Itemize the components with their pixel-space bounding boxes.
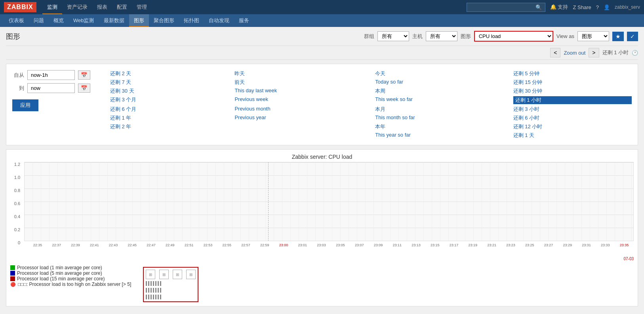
ql-empty1 <box>234 123 365 130</box>
ql-15min[interactable]: 还剩 15 分钟 <box>513 79 632 86</box>
quick-links-area: 还剩 2 天 昨天 今天 还剩 5 分钟 还剩 7 天 前天 Today so … <box>110 70 632 139</box>
group-filter-label: 群组 <box>364 33 374 40</box>
subnav-discovery[interactable]: 自动发现 <box>204 14 234 27</box>
to-input[interactable] <box>27 83 75 93</box>
to-row: 到 📅 <box>12 83 90 93</box>
ql-prevyear[interactable]: Previous year <box>234 114 365 122</box>
ql-todaysofar[interactable]: Today so far <box>375 79 503 86</box>
legend-color-15min <box>10 276 15 281</box>
ql-thisdaylastweek[interactable]: This day last week <box>234 88 365 95</box>
nav-config[interactable]: 配置 <box>112 0 132 14</box>
subnav-web[interactable]: Web监测 <box>69 14 99 27</box>
ql-5min[interactable]: 还剩 5 分钟 <box>513 70 632 77</box>
ql-yesterday[interactable]: 昨天 <box>234 70 365 77</box>
ql-thismonthsofar[interactable]: This month so far <box>375 114 503 122</box>
favorite-button[interactable]: ★ <box>612 32 624 41</box>
view-as-select[interactable]: 图形 <box>577 31 609 41</box>
legend-item-15min: Processor load (15 min average per core) <box>10 276 131 282</box>
ql-2days[interactable]: 还剩 2 天 <box>110 70 225 77</box>
ql-12hours[interactable]: 还剩 12 小时 <box>513 123 632 130</box>
subnav-services[interactable]: 服务 <box>234 14 254 27</box>
graph-wrapper: 1.2 1.0 0.8 0.6 0.4 0.2 0 <box>10 162 634 261</box>
ql-3hours[interactable]: 还剩 3 小时 <box>513 106 632 113</box>
subnav-topology[interactable]: 拓扑图 <box>179 14 204 27</box>
confirm-button[interactable]: ✓ <box>627 32 638 41</box>
x-time-labels: 22:3522:3722:3922:4122:43 22:4522:4722:4… <box>28 243 634 247</box>
x-end-label: 07-03 <box>623 257 634 261</box>
search-icon[interactable]: 🔍 <box>535 4 542 10</box>
ql-3months[interactable]: 还剩 3 个月 <box>110 96 225 104</box>
legend-icon-2: ⊞ <box>159 270 169 279</box>
share-link[interactable]: Z Share <box>573 4 591 10</box>
ql-7days[interactable]: 还剩 7 天 <box>110 79 225 86</box>
search-input[interactable] <box>470 4 533 10</box>
legend-label-5min: Processor load (5 min average per core) <box>17 270 102 276</box>
y-label-06: 0.6 <box>14 201 20 206</box>
y-label-02: 0.2 <box>14 227 20 232</box>
host-filter-label: 主机 <box>412 33 423 40</box>
y-label-04: 0.4 <box>14 214 20 219</box>
chart-area[interactable] <box>24 162 634 241</box>
apply-button[interactable]: 应用 <box>12 99 38 111</box>
sub-navigation: 仪表板 问题 概览 Web监测 最新数据 图形 聚合图形 拓扑图 自动发现 服务 <box>0 14 644 27</box>
graph-main: 22:3307-03 22:3522:3722:3922:4122:43 22:… <box>24 162 634 261</box>
zoom-out-button[interactable]: Zoom out <box>564 50 585 56</box>
subnav-graphs[interactable]: 图形 <box>129 14 149 27</box>
nav-assets[interactable]: 资产记录 <box>62 0 92 14</box>
to-calendar-button[interactable]: 📅 <box>78 84 90 93</box>
nav-reports[interactable]: 报表 <box>92 0 112 14</box>
ql-30min[interactable]: 还剩 30 分钟 <box>513 88 632 95</box>
nav-admin[interactable]: 管理 <box>132 0 152 14</box>
search-bar: 🔍 <box>467 3 545 12</box>
next-time-button[interactable]: > <box>589 48 599 57</box>
ql-thismonth[interactable]: 本月 <box>375 106 503 113</box>
subnav-screens[interactable]: 聚合图形 <box>149 14 179 27</box>
legend-icon-4: ⊞ <box>186 270 196 279</box>
page-header: 图形 群组 所有 主机 所有 图形 CPU load View as 图形 ★ … <box>6 31 638 42</box>
ql-thisyear[interactable]: 本年 <box>375 123 503 130</box>
ql-today[interactable]: 今天 <box>375 70 503 77</box>
y-label-08: 0.8 <box>14 188 20 193</box>
legend-icon-small-3 <box>146 295 162 299</box>
nav-monitoring[interactable]: 监测 <box>42 0 62 14</box>
ql-6months[interactable]: 还剩 6 个月 <box>110 106 225 113</box>
legend-icon-box-outer: ⊞ ⊞ ⊞ ⊞ <box>143 267 198 302</box>
graph-filter-select[interactable]: CPU load <box>474 31 553 42</box>
legend-color-5min <box>10 271 15 276</box>
ql-6hours[interactable]: 还剩 6 小时 <box>513 114 632 122</box>
subnav-latest[interactable]: 最新数据 <box>99 14 129 27</box>
ql-thisyearsofar[interactable]: This year so far <box>375 132 503 139</box>
legend-small-icons <box>146 281 196 299</box>
ql-2years[interactable]: 还剩 2 年 <box>110 123 225 130</box>
support-link[interactable]: 🔔 支持 <box>550 4 568 11</box>
ql-empty3 <box>234 132 365 139</box>
top-right-area: 🔍 🔔 支持 Z Share ? 👤 zabbix_serv <box>467 3 640 12</box>
ql-prevmonth[interactable]: Previous month <box>234 106 365 113</box>
ql-thisweeksofar[interactable]: This week so far <box>375 96 503 104</box>
subnav-problems[interactable]: 问题 <box>29 14 49 27</box>
ql-1day[interactable]: 还剩 1 天 <box>513 132 632 139</box>
ql-30days[interactable]: 还剩 30 天 <box>110 88 225 95</box>
user-icon[interactable]: 👤 <box>604 4 610 10</box>
subnav-overview[interactable]: 概览 <box>49 14 69 27</box>
ql-1hour[interactable]: 还剩 1 小时 <box>513 96 632 104</box>
help-link[interactable]: ? <box>596 4 599 10</box>
subnav-dashboard[interactable]: 仪表板 <box>4 14 29 27</box>
host-filter-select[interactable]: 所有 <box>426 31 457 41</box>
group-filter-select[interactable]: 所有 <box>377 31 409 41</box>
ql-prevweek[interactable]: Previous week <box>234 96 365 104</box>
legend-area: Processor load (1 min average per core) … <box>10 265 634 302</box>
prev-time-button[interactable]: < <box>550 48 560 57</box>
legend-warning-text: □□□: Processor load is too high on Zabbi… <box>18 282 131 287</box>
graph-title: Zabbix server: CPU load <box>10 154 634 160</box>
from-input[interactable] <box>27 70 75 80</box>
ql-1year[interactable]: 还剩 1 年 <box>110 114 225 122</box>
graph-filter-label: 图形 <box>461 33 471 40</box>
ql-thisweek[interactable]: 本周 <box>375 88 503 95</box>
from-calendar-button[interactable]: 📅 <box>78 70 90 80</box>
legend-warning: 🔴 □□□: Processor load is too high on Zab… <box>10 282 131 287</box>
ql-daybeforeyesterday[interactable]: 前天 <box>234 79 365 86</box>
warning-icon: 🔴 <box>10 282 16 287</box>
time-form-area: 自从 📅 到 📅 应用 还剩 2 天 昨天 今天 还剩 5 分钟 还剩 7 天 … <box>6 64 638 145</box>
logo: ZABBIX <box>4 2 36 12</box>
